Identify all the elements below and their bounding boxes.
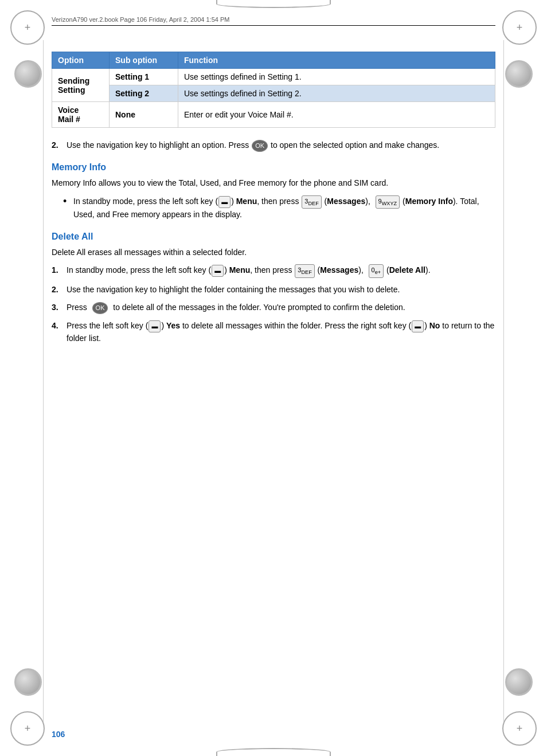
page-header: VerizonA790 ver.2.book Page 106 Friday, … [52, 16, 495, 26]
decor-circle-tr [505, 60, 533, 88]
option-voicemail: VoiceMail # [52, 102, 110, 128]
spiral-top [216, 0, 331, 8]
corner-decoration-bl [10, 711, 45, 746]
key-3def-step1: 3DEF [295, 264, 314, 277]
page-number: 106 [52, 730, 65, 739]
step2-da-number: 2. [52, 284, 67, 296]
delete-all-body: Delete All erases all messages within a … [52, 246, 495, 259]
delete-all-step2: 2. Use the navigation key to highlight t… [52, 284, 495, 296]
step2-intro: 2. Use the navigation key to highlight a… [52, 139, 495, 152]
step4-text: Press the left soft key (▬) Yes to delet… [67, 320, 495, 345]
step3-number: 3. [52, 301, 67, 314]
delete-all-step4: 4. Press the left soft key (▬) Yes to de… [52, 320, 495, 345]
spiral-bottom [216, 748, 331, 756]
corner-decoration-tl [10, 10, 45, 45]
ok-button-step3: OK [92, 302, 108, 314]
memory-info-heading: Memory Info [52, 162, 495, 173]
table-row: Setting 2 Use settings defined in Settin… [52, 85, 495, 102]
decor-circle-tl [14, 60, 42, 88]
left-border-line [43, 40, 44, 722]
col-function: Function [178, 52, 495, 69]
function-setting1: Use settings defined in Setting 1. [178, 69, 495, 85]
function-setting2: Use settings defined in Setting 2. [178, 85, 495, 102]
ok-button-icon: OK [252, 140, 268, 152]
decor-circle-br [505, 668, 533, 696]
corner-decoration-br [502, 711, 537, 746]
bullet-dot: • [63, 195, 73, 208]
header-text: VerizonA790 ver.2.book Page 106 Friday, … [52, 16, 229, 23]
options-table: Option Sub option Function SendingSettin… [52, 52, 495, 128]
col-sub-option: Sub option [110, 52, 178, 69]
step1-number: 1. [52, 264, 67, 277]
table-row: SendingSetting Setting 1 Use settings de… [52, 69, 495, 85]
function-voicemail: Enter or edit your Voice Mail #. [178, 102, 495, 128]
left-soft-key-icon: ▬ [218, 196, 230, 208]
step2-da-text: Use the navigation key to highlight the … [67, 284, 495, 296]
key-0e-step1: 0e+ [369, 264, 384, 277]
decor-circle-bl [14, 668, 42, 696]
col-option: Option [52, 52, 110, 69]
step2-text: Use the navigation key to highlight an o… [67, 139, 495, 152]
option-sending-setting: SendingSetting [52, 69, 110, 102]
table-row: VoiceMail # None Enter or edit your Voic… [52, 102, 495, 128]
memory-info-bullet: • In standby mode, press the left soft k… [52, 195, 495, 221]
left-soft-key-step4: ▬ [149, 320, 161, 332]
key-9wxyz-icon: 9WXYZ [376, 195, 400, 209]
main-content: Option Sub option Function SendingSettin… [52, 52, 495, 710]
step2-number: 2. [52, 139, 67, 152]
key-3def-icon: 3DEF [302, 195, 321, 209]
delete-all-step3: 3. Press OK to delete all of the message… [52, 301, 495, 314]
memory-info-bullet-text: In standby mode, press the left soft key… [73, 195, 495, 221]
step3-text: Press OK to delete all of the messages i… [67, 301, 495, 314]
corner-decoration-tr [502, 10, 537, 45]
step1-text: In standby mode, press the left soft key… [67, 264, 495, 277]
right-border-line [503, 40, 504, 722]
left-soft-key-step1: ▬ [212, 265, 224, 277]
sub-option-none: None [110, 102, 178, 128]
sub-option-setting2: Setting 2 [110, 85, 178, 102]
sub-option-setting1: Setting 1 [110, 69, 178, 85]
delete-all-step1: 1. In standby mode, press the left soft … [52, 264, 495, 277]
step4-number: 4. [52, 320, 67, 332]
right-soft-key-step4: ▬ [412, 320, 424, 332]
memory-info-body: Memory Info allows you to view the Total… [52, 177, 495, 190]
delete-all-heading: Delete All [52, 232, 495, 242]
